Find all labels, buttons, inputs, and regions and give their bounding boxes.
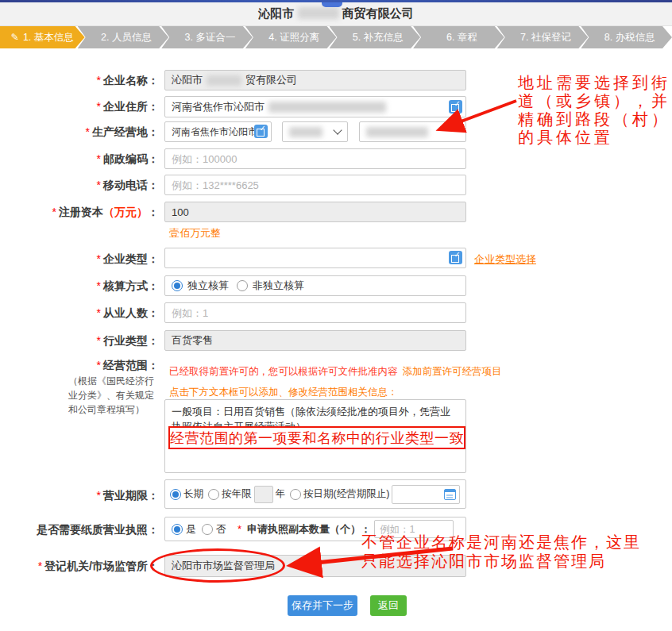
step-label: 2. 人员信息 [101,31,152,44]
company-type-field[interactable] [164,248,466,268]
required-asterisk: * [97,334,101,347]
chevron-down-icon [333,125,342,134]
year-unit-label: 年 [276,487,286,501]
step-label: 5. 补充信息 [353,31,404,44]
mobile-phone-label: *移动电话： [0,179,159,193]
term-end-date-input[interactable] [392,485,460,504]
accounting-method-group: 独立核算 非独立核算 [164,275,466,296]
authority-annotation: 不管企业名称是河南还是焦作，这里 只能选择沁阳市市场监督管理局 [361,533,641,571]
step-3-multi-cert[interactable]: 3. 多证合一 [161,26,253,48]
step-label: 7. 社保登记 [520,31,571,44]
radio-paper-license-no[interactable] [202,524,213,535]
industry-type-field: 百货零售 [164,330,466,351]
radio-dependent-accounting[interactable] [237,280,248,291]
street-field[interactable] [359,121,466,142]
business-scope-sublabel: （根据《国民经济行 业分类》、有关规定 和公司章程填写） [68,374,162,417]
required-asterisk: * [86,125,90,138]
required-asterisk: * [97,489,101,502]
required-asterisk: * [97,74,101,87]
company-type-label: *企业类型： [0,252,159,267]
save-next-button[interactable]: 保存并下一步 [288,595,357,616]
company-registration-page: 沁阳市 商贸有限公司 ✎ 1. 基本信息 2. 人员信息 3. 多证合一 4. … [0,0,672,631]
registered-capital-field: 100 [164,202,466,222]
company-address-field[interactable]: 河南省焦作市沁阳市 [164,96,466,117]
company-type-select-link[interactable]: 企业类型选择 [474,252,536,267]
postal-code-input[interactable] [164,148,466,169]
step-6-charter[interactable]: 6. 章程 [413,26,504,48]
industry-type-value: 百货零售 [172,333,213,348]
step-nav: ✎ 1. 基本信息 2. 人员信息 3. 多证合一 4. 证照分离 5. 补充信… [0,26,672,48]
company-name-label: *企业名称： [0,74,159,88]
location-select-icon[interactable] [254,125,268,138]
step-label: 8. 办税信息 [604,31,655,44]
company-address-label: *企业住所： [0,100,159,114]
step-label: 3. 多证合一 [185,31,236,44]
step-4-cert-separation[interactable]: 4. 证照分离 [245,26,337,48]
step-label: 4. 证照分离 [268,31,319,44]
address-select-icon[interactable] [449,100,462,114]
page-title-prefix: 沁阳市 [258,6,294,20]
registration-authority-label: *登记机关/市场监管所： [0,560,159,574]
company-name-value: 沁阳市 [172,73,203,87]
radio-term-by-years[interactable] [208,489,219,500]
required-asterisk: * [97,179,101,191]
radio-label: 否 [216,522,226,537]
back-button[interactable]: 返回 [370,595,407,616]
required-asterisk: * [238,523,241,535]
step-8-tax-info[interactable]: 8. 办税信息 [581,26,672,48]
step-1-basic-info[interactable]: ✎ 1. 基本信息 [0,26,85,48]
registered-capital-value: 100 [172,206,189,218]
industry-type-label: *行业类型： [0,334,159,348]
radio-term-by-date[interactable] [290,489,301,500]
capital-in-words: 壹佰万元整 [169,226,221,240]
step-5-supplement-info[interactable]: 5. 补充信息 [330,26,421,48]
required-asterisk: * [97,306,101,319]
required-asterisk: * [38,560,42,572]
step-label: 6. 章程 [446,31,477,44]
address-annotation: 地址需要选择到街 道（或乡镇），并 精确到路段（村） 的具体位置 [518,74,670,147]
employee-count-input[interactable] [164,302,466,323]
redacted-text [207,75,241,86]
required-asterisk: * [97,100,101,113]
scope-annotation-box: 经营范围的第一项要和名称中的行业类型一致 [168,426,465,449]
pencil-icon: ✎ [11,32,19,43]
page-title: 沁阳市 商贸有限公司 [0,6,672,21]
required-asterisk: * [97,252,101,265]
paper-license-label: 是否需要纸质营业执照： [0,523,159,537]
mobile-phone-input[interactable] [164,175,466,195]
radio-label: 独立核算 [187,279,229,293]
business-location-field[interactable]: 河南省焦作市沁阳市 [164,121,272,142]
accounting-method-label: *核算方式： [0,279,159,294]
radio-term-longterm[interactable] [170,489,181,500]
redacted-text [298,7,339,19]
step-2-personnel-info[interactable]: 2. 人员信息 [78,26,169,48]
calendar-icon[interactable] [444,489,456,500]
company-name-field: 沁阳市 贸有限公司 [164,70,466,90]
company-type-select-icon[interactable] [449,251,462,264]
required-asterisk: * [97,359,101,371]
license-copies-label: 申请执照副本数量（个）： [247,522,371,537]
radio-label: 非独立核算 [253,279,304,293]
district-dropdown[interactable] [282,121,348,142]
company-name-value: 贸有限公司 [245,73,297,87]
postal-code-label: *邮政编码： [0,152,159,167]
page-title-suffix: 商贸有限公司 [342,6,414,20]
business-location-value: 河南省焦作市沁阳市 [172,125,257,139]
term-years-input[interactable] [254,486,273,503]
radio-independent-accounting[interactable] [172,280,183,291]
registered-capital-label: *注册资本（万元）： [0,206,159,220]
business-scope-label: *经营范围： [0,359,159,373]
add-licensed-items-link[interactable]: 添加前置许可经营项目 [403,366,502,377]
step-7-social-security[interactable]: 7. 社保登记 [497,26,589,48]
redacted-text [268,102,386,113]
scope-tip-red: 已经取得前置许可的，您可以根据许可文件批准内容添加前置许可经营项目 [169,365,502,379]
required-asterisk: * [97,279,101,292]
required-asterisk: * [52,206,56,218]
employee-count-label: *从业人数： [0,306,159,321]
radio-paper-license-yes[interactable] [172,524,183,535]
radio-label: 按年限 [222,487,252,501]
redacted-text [289,127,322,137]
radio-label: 按日期(经营期限止) [303,487,389,501]
scope-tip-orange: 点击下方文本框可以添加、修改经营范围相关信息： [169,386,398,399]
business-location-label: *生产经营地： [0,125,159,140]
